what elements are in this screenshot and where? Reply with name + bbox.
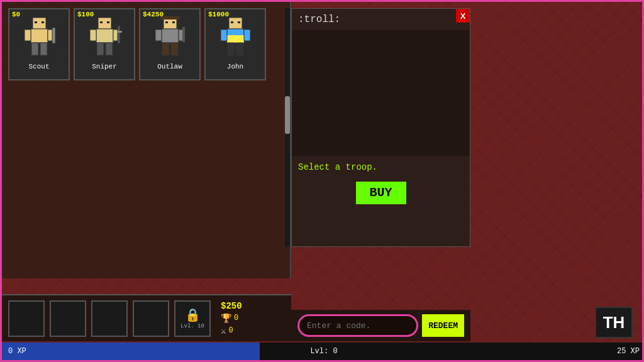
outlaw-sprite [153,16,187,60]
svg-rect-10 [100,21,103,23]
inventory-bar: 🔒 Lvl. 10 $250 🏆 0 ⚔ 0 [2,294,291,341]
sniper-name: Sniper [92,63,117,70]
trophy-count: 0 [234,314,238,322]
buy-button[interactable]: BUY [356,182,406,204]
scout-name: Scout [28,63,49,70]
lock-slot: 🔒 Lvl. 10 [174,300,211,337]
trophy-row: 🏆 0 [221,313,242,324]
xp-bar-fill [2,343,260,360]
outlaw-name: Outlaw [157,63,182,70]
scout-price: $0 [12,11,20,18]
money-display: $250 [221,301,242,311]
svg-rect-1 [35,21,37,23]
code-input[interactable] [297,314,418,337]
code-entry-area: REDEEM [291,310,470,341]
shop-panel: X :troll: Select a troop. BUY [291,8,470,247]
inventory-slot-3[interactable] [91,300,128,337]
svg-rect-32 [238,21,240,23]
svg-rect-15 [118,26,120,43]
scroll-track[interactable] [285,8,290,247]
svg-rect-2 [42,21,44,23]
kills-count: 0 [228,326,233,335]
outlaw-figure [148,14,192,62]
svg-rect-28 [162,43,169,55]
svg-rect-16 [118,31,122,33]
svg-rect-7 [31,43,38,55]
troop-card-scout[interactable]: $0 [8,8,70,80]
john-figure [213,14,257,62]
left-panel: $0 [2,2,291,278]
inventory-slot-1[interactable] [8,300,45,337]
th-logo: TH [595,307,633,338]
svg-rect-17 [97,43,104,55]
svg-rect-31 [231,21,233,23]
xp-left: 0 XP [8,347,26,356]
svg-rect-12 [96,29,113,43]
john-sprite [218,16,253,60]
svg-rect-35 [221,30,227,41]
svg-rect-18 [106,43,113,55]
lock-icon: 🔒 [185,307,201,323]
john-price: $1000 [208,11,229,18]
close-button[interactable]: X [456,9,470,23]
inventory-slot-2[interactable] [50,300,86,337]
svg-rect-21 [163,16,177,18]
svg-rect-27 [182,27,185,42]
svg-rect-29 [171,43,178,55]
john-name: John [227,63,243,70]
troop-card-sniper[interactable]: $100 Sniper [74,8,135,80]
svg-rect-6 [52,28,55,43]
lock-level-text: Lvl. 10 [180,323,204,329]
troop-preview [292,30,470,156]
svg-rect-4 [25,30,31,41]
svg-rect-3 [31,29,48,43]
stats-area: $250 🏆 0 ⚔ 0 [221,301,242,336]
sniper-price: $100 [77,11,94,18]
svg-rect-22 [165,21,168,23]
troop-card-outlaw[interactable]: $4250 Outlaw [139,8,201,80]
redeem-button[interactable]: REDEEM [422,314,464,337]
troop-card-john[interactable]: $1000 John [204,8,266,80]
troll-label: :troll: [292,9,470,30]
kills-row: ⚔ 0 [221,326,242,336]
svg-rect-8 [40,43,47,55]
xp-mid: Lvl: 0 [310,347,337,356]
svg-rect-37 [228,43,235,55]
outlaw-price: $4250 [143,11,164,18]
svg-rect-11 [107,21,109,23]
svg-rect-34 [227,35,244,43]
svg-rect-23 [172,21,175,23]
sniper-sprite [87,16,122,60]
scroll-thumb[interactable] [285,96,290,134]
select-troop-text: Select a troop. [292,156,470,178]
svg-rect-24 [162,29,179,43]
troops-grid: $0 [2,2,290,87]
svg-rect-38 [236,43,243,55]
scout-figure [17,14,61,62]
trophy-icon: 🏆 [221,313,231,324]
sword-icon: ⚔ [221,326,226,336]
xp-bar: 0 XP Lvl: 0 25 XP [2,343,644,360]
sniper-figure [82,14,126,62]
scout-sprite [22,16,57,60]
svg-rect-13 [90,30,96,41]
inventory-slot-4[interactable] [133,300,169,337]
svg-rect-36 [244,30,250,41]
xp-right: 25 XP [617,347,640,356]
svg-rect-25 [155,30,162,41]
